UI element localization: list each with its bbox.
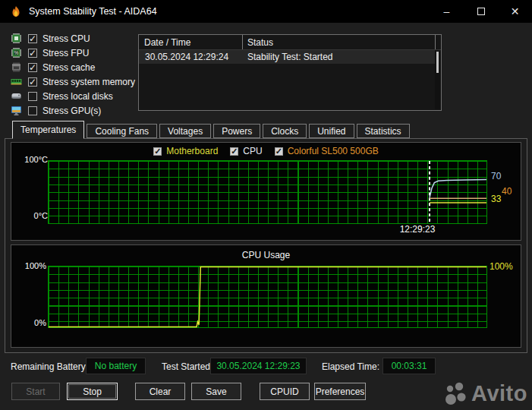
test-started-label: Test Started: [162,361,212,372]
temp-axis-min-label: 0°C [20,211,48,220]
cpu-axis-min-label: 0% [17,318,46,327]
maximize-glyph [477,8,485,15]
legend-label: Colorful SL500 500GB [288,146,379,156]
legend-label: CPU [243,146,262,156]
stress-option-checkbox[interactable] [28,49,37,58]
cpu-usage-title: CPU Usage [11,250,521,260]
elapsed-time-value: 00:03:31 [382,358,436,374]
log-cell-datetime: 30.05.2024 12:29:24 [139,52,243,62]
stress-option-label: Stress GPU(s) [42,106,101,116]
log-cell-status: Stability Test: Started [243,52,435,62]
stress-option-row[interactable]: Stress GPU(s) [11,103,135,118]
clear-button[interactable]: Clear [135,383,185,400]
close-icon[interactable]: ✕ [498,0,532,23]
temperature-chart-panel: MotherboardCPUColorful SL500 500GB 100°C… [11,142,521,241]
stress-option-checkbox[interactable] [28,106,37,115]
legend-item: Motherboard [153,146,218,156]
cpu-chip-icon [11,33,22,44]
temperature-chart-grid [48,160,487,224]
minimize-icon[interactable]: – [430,0,464,23]
cache-chip-icon [11,62,22,73]
stress-option-checkbox[interactable] [28,63,37,72]
test-log-table: Date / Time Status 30.05.2024 12:29:24St… [138,34,442,111]
cpu-temp-value-label: 70 [491,171,501,181]
stress-option-label: Stress system memory [42,77,135,87]
cpu-usage-chart-line [49,266,486,327]
tab-powers[interactable]: Powers [213,124,260,138]
stress-option-row[interactable]: Stress system memory [11,74,135,89]
gpu-monitor-icon [11,105,22,116]
temperature-legend: MotherboardCPUColorful SL500 500GB [11,146,521,156]
ssd-temp-value-label: 40 [502,186,512,197]
legend-checkbox[interactable] [153,147,162,156]
stress-options-list: Stress CPU%Stress FPUStress cacheStress … [11,31,135,118]
svg-text:%: % [14,50,19,55]
tab-voltages[interactable]: Voltages [159,124,211,138]
test-start-time-label: 12:29:23 [382,224,453,235]
tab-statistics[interactable]: Statistics [357,124,410,138]
log-column-datetime[interactable]: Date / Time [139,35,243,49]
stress-option-row[interactable]: Stress local disks [11,89,135,103]
avito-watermark: Avito [444,381,527,406]
cpu-usage-chart-panel: CPU Usage 100% 0% 100% [11,244,521,348]
fpu-chip-icon: % [11,47,22,58]
cpu-usage-value-label: 100% [490,261,513,272]
log-table-header: Date / Time Status [139,35,441,50]
tab-temperatures[interactable]: Temperatures [12,121,84,139]
stress-option-label: Stress CPU [42,33,90,44]
stress-option-label: Stress local disks [42,91,113,102]
tab-unified[interactable]: Unified [309,124,354,138]
tab-clocks[interactable]: Clocks [263,124,307,138]
aida64-flame-icon [10,5,22,17]
battery-value: No battery [86,358,146,374]
log-scrollbar[interactable] [435,51,440,109]
avito-watermark-text: Avito [471,381,527,406]
stress-option-label: Stress cache [42,62,95,73]
legend-checkbox[interactable] [230,147,238,156]
cpu-axis-max-label: 100% [17,261,46,270]
start-button: Start [11,383,60,400]
cpu-usage-chart-grid [48,266,487,328]
log-rows: 30.05.2024 12:29:24Stability Test: Start… [139,50,441,64]
log-header-spacer [436,35,441,49]
stress-option-checkbox[interactable] [28,34,37,43]
log-column-status[interactable]: Status [243,35,436,49]
stress-option-row[interactable]: Stress CPU [11,31,135,46]
maximize-icon[interactable] [464,0,498,23]
temp-axis-max-label: 100°C [20,155,48,164]
legend-label: Motherboard [166,146,218,156]
temperature-chart-lines [49,161,486,223]
save-button[interactable]: Save [191,383,241,400]
battery-label: Remaining Battery: [11,361,88,372]
tab-bar: TemperaturesCooling FansVoltagesPowersCl… [12,121,412,138]
log-table-row[interactable]: 30.05.2024 12:29:24Stability Test: Start… [139,50,435,64]
preferences-button[interactable]: Preferences [314,383,366,400]
legend-item: Colorful SL500 500GB [275,146,379,156]
stress-option-label: Stress FPU [42,48,89,58]
stress-option-row[interactable]: Stress cache [11,60,135,74]
cpuid-button[interactable]: CPUID [260,383,310,400]
stress-option-row[interactable]: %Stress FPU [11,46,135,60]
stop-button[interactable]: Stop [67,383,118,400]
stress-option-checkbox[interactable] [28,92,37,101]
memory-module-icon [11,76,22,87]
avito-logo-icon [444,381,467,406]
elapsed-time-label: Elapsed Time: [322,361,379,372]
title-bar: System Stability Test - AIDA64 – ✕ [0,0,532,23]
stress-option-checkbox[interactable] [28,77,37,87]
legend-item: CPU [230,146,262,156]
window-title: System Stability Test - AIDA64 [29,6,157,17]
test-started-value: 30.05.2024 12:29:23 [210,358,307,374]
log-scrollbar-thumb[interactable] [436,52,439,73]
window-controls: – ✕ [430,0,532,23]
motherboard-temp-value-label: 33 [491,194,501,204]
legend-checkbox[interactable] [275,147,283,156]
hard-disk-icon [11,90,22,102]
tab-cooling-fans[interactable]: Cooling Fans [87,124,157,138]
